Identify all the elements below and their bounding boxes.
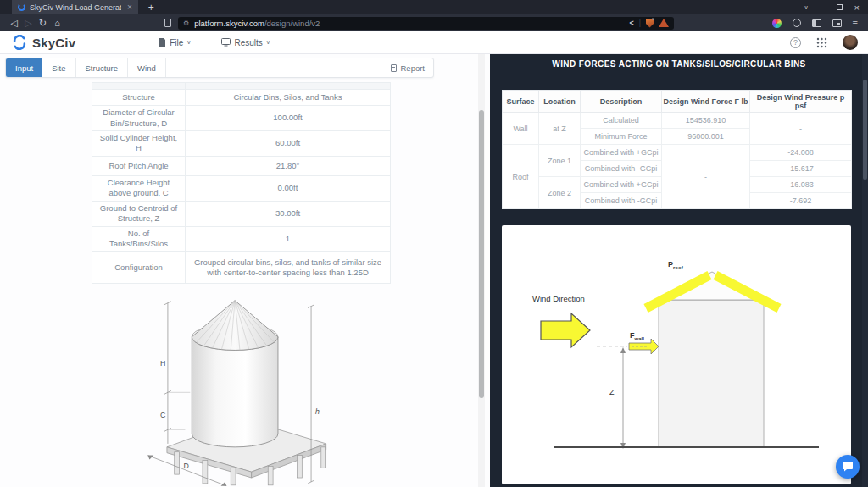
wind-forces-table: Surface Location Description Design Wind… — [502, 90, 852, 209]
wind-direction-label: Wind Direction — [532, 294, 585, 303]
right-scrollbar-thumb[interactable] — [863, 80, 867, 180]
window-chevron-icon[interactable]: ∨ — [804, 4, 808, 11]
tab-structure[interactable]: Structure — [76, 58, 129, 77]
structure-summary-table: Structure Circular Bins, Silos, and Tank… — [92, 82, 391, 284]
row-value: 21.80° — [186, 156, 391, 175]
cell-pressure: -15.617 — [750, 161, 852, 177]
cell-force: 96000.001 — [662, 129, 750, 145]
loop-icon[interactable] — [793, 19, 801, 27]
bookmark-icon[interactable] — [164, 19, 171, 27]
results-panel: WIND FORCES ACTING ON TANKS/SILOS/CIRCUL… — [490, 54, 868, 487]
reload-icon[interactable]: ↻ — [36, 18, 50, 29]
results-menu-label: Results — [234, 38, 262, 47]
tab-input[interactable]: Input — [6, 58, 42, 77]
forward-icon[interactable]: ▷ — [21, 18, 36, 29]
z-dimension: Z — [609, 347, 626, 449]
browser-tab[interactable]: SkyCiv Wind Load Generat × — [12, 0, 138, 14]
cell-pressure: - — [750, 113, 852, 145]
cell-location: Zone 2 — [539, 177, 581, 209]
row-value: Circular Bins, Silos, and Tanks — [186, 90, 391, 106]
row-label: Ground to Centroid of Structure, Z — [92, 201, 186, 226]
table-row: No. of Tanks/Bins/Silos 1 — [92, 226, 391, 252]
cell-desc: Combined with -GCpi — [581, 161, 662, 177]
report-button[interactable]: Report — [382, 58, 433, 77]
file-menu-label: File — [170, 38, 183, 47]
results-menu[interactable]: Results ∨ — [221, 38, 270, 47]
tab-site[interactable]: Site — [42, 58, 75, 77]
chat-widget-button[interactable] — [836, 455, 860, 479]
title-rule-right — [815, 64, 868, 64]
col-surface: Surface — [503, 91, 539, 113]
tab-wind[interactable]: Wind — [128, 58, 166, 77]
silo-cone-roof — [192, 301, 278, 351]
back-icon[interactable]: ◁ — [7, 18, 21, 29]
col-pressure: Design Wind Pressure p psf — [750, 91, 852, 113]
url-divider: | — [639, 19, 641, 27]
cell-desc: Calculated — [581, 113, 662, 129]
cell-surface: Wall — [503, 113, 539, 145]
extension-badge — [652, 17, 655, 20]
triangle-extension-icon[interactable] — [659, 19, 669, 27]
table-row: Solid Cylinder Height, H 60.00ft — [92, 131, 391, 157]
table-row: Clearance Height above ground, C 0.00ft — [92, 175, 391, 201]
browser-toolbar: ◁ ▷ ↻ ⌂ ⚙ platform.skyciv.com /design/wi… — [0, 14, 868, 31]
browser-menu-icon[interactable]: ≡ — [853, 18, 858, 28]
shield-extension-icon[interactable] — [646, 19, 654, 28]
table-row — [92, 83, 391, 90]
picture-in-picture-icon[interactable] — [832, 19, 842, 27]
main-area: Input Site Structure Wind Report Structu… — [0, 54, 868, 487]
row-value: 1 — [186, 226, 391, 252]
row-label: Diameter of Circular Bin/Structure, D — [92, 106, 186, 131]
color-wheel-extension-icon[interactable] — [772, 19, 782, 28]
skyciv-favicon — [18, 3, 25, 11]
right-panel-scrollbar[interactable] — [862, 54, 868, 487]
wind-diagram: Proof Wind Direction Fwall Z — [502, 225, 851, 484]
user-avatar[interactable] — [843, 35, 858, 50]
window-minimize-button[interactable]: – — [821, 3, 825, 12]
window-close-button[interactable]: × — [854, 3, 860, 13]
tab-close-icon[interactable]: × — [127, 3, 132, 12]
cell-force: - — [662, 145, 750, 209]
file-menu[interactable]: File ∨ — [159, 38, 191, 47]
results-title-row: WIND FORCES ACTING ON TANKS/SILOS/CIRCUL… — [490, 59, 868, 69]
row-label: Roof Pitch Angle — [92, 156, 186, 175]
help-icon[interactable]: ? — [790, 37, 801, 48]
cell-location: Zone 1 — [539, 145, 581, 177]
table-row: Configuration Grouped circular bins, sil… — [92, 252, 391, 284]
p-roof-label: Proof — [668, 260, 684, 270]
apps-grid-icon[interactable] — [816, 37, 827, 48]
left-scrollbar-thumb[interactable] — [479, 110, 484, 398]
sidebar-toggle-icon[interactable] — [812, 19, 821, 27]
home-icon[interactable]: ⌂ — [50, 18, 64, 28]
building-wall — [659, 300, 764, 447]
row-label: Configuration — [92, 252, 186, 284]
share-icon[interactable]: < — [629, 19, 633, 27]
left-panel-scrollbar[interactable] — [478, 54, 485, 487]
dim-label-H: H — [160, 359, 165, 368]
cell-desc: Combined with -GCpi — [581, 193, 662, 209]
url-domain: platform.skyciv.com — [194, 19, 264, 28]
brand-name: SkyCiv — [32, 36, 75, 50]
table-row: Ground to Centroid of Structure, Z 30.00… — [92, 201, 391, 226]
url-path: /design/wind/v2 — [264, 19, 320, 28]
chat-icon — [843, 462, 854, 472]
input-panel: Input Site Structure Wind Report Structu… — [0, 54, 490, 487]
silo-cylinder — [192, 337, 278, 447]
table-row: Diameter of Circular Bin/Structure, D 10… — [92, 106, 391, 131]
site-settings-icon[interactable]: ⚙ — [183, 19, 189, 27]
report-label: Report — [400, 64, 425, 73]
row-label: Solid Cylinder Height, H — [92, 131, 186, 157]
row-label: Structure — [92, 90, 186, 106]
table-header-row: Surface Location Description Design Wind… — [503, 91, 852, 113]
new-tab-button[interactable]: + — [148, 2, 154, 14]
monitor-icon — [221, 38, 231, 47]
window-restore-button[interactable] — [837, 4, 843, 10]
cell-force: 154536.910 — [662, 113, 750, 129]
skyciv-logo[interactable]: SkyCiv — [12, 35, 75, 50]
file-icon — [159, 38, 166, 47]
url-bar[interactable]: ⚙ platform.skyciv.com /design/wind/v2 < … — [178, 17, 674, 30]
table-row: Structure Circular Bins, Silos, and Tank… — [92, 90, 391, 106]
col-description: Description — [581, 91, 662, 113]
row-value: Grouped circular bins, silos, and tanks … — [186, 252, 391, 284]
tab-title: SkyCiv Wind Load Generat — [30, 3, 121, 12]
